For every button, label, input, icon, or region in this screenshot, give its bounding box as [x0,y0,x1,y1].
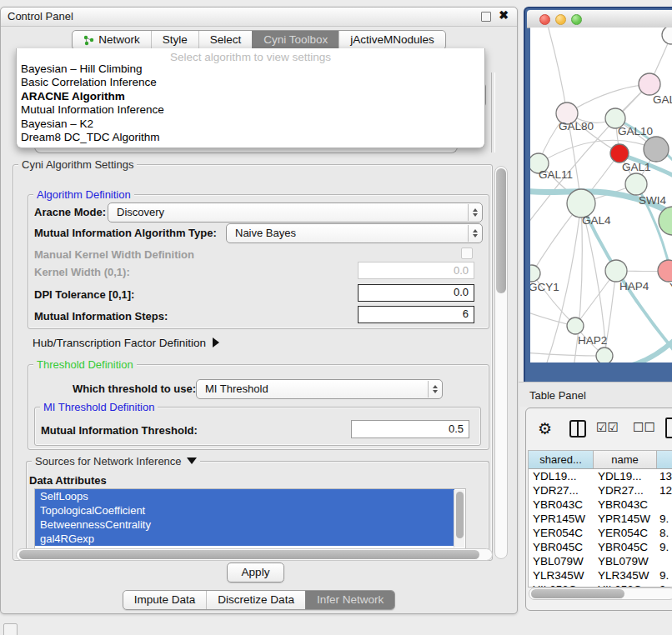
table-header-row: shared... name [529,451,672,469]
attribute-item[interactable]: TopologicalCoefficient [35,503,454,518]
network-node[interactable] [567,189,595,218]
control-panel-title: Control Panel [8,10,73,22]
table-cell: YDR27... [594,483,657,498]
network-node[interactable] [644,137,669,162]
dropdown-item-selected[interactable]: ARACNE Algorithm [19,90,482,103]
sources-group-title[interactable]: Sources for Network Inference [32,455,200,468]
algorithm-dropdown-prompt: Select algorithm to view settings [17,51,484,63]
network-edge [567,84,649,113]
network-node[interactable] [605,260,627,282]
table-cell: YBL079W [529,554,594,568]
tab-discretize-data[interactable]: Discretize Data [206,591,305,609]
settings-horizontal-scrollbar[interactable] [16,548,493,561]
minimized-panel-icon[interactable] [3,623,18,635]
screen: Control Panel ✖ Network Style Sel [0,0,672,635]
table-cell: YBL079W [594,554,657,568]
table-horizontal-scrollbar[interactable] [529,588,672,600]
aracne-mode-label: Aracne Mode: [34,206,106,218]
network-node-label: GCY1 [530,281,559,293]
table-row[interactable]: YBR045CYBR045C9. [529,540,672,554]
column-header-shared-name[interactable]: shared... [529,451,594,468]
mi-steps-field[interactable]: 6 [358,306,474,323]
network-node[interactable] [639,73,660,95]
table-cell: 8. [657,526,672,540]
manual-kernel-checkbox[interactable] [461,248,473,259]
tab-impute-data[interactable]: Impute Data [123,591,207,609]
table-cell: 12 [657,483,672,498]
mi-type-combo[interactable]: Naive Bayes [226,223,483,243]
attribute-item[interactable]: gal4RGexp [35,532,454,546]
combo-stepper-icon [468,225,481,242]
dpi-tolerance-field[interactable]: 0.0 [358,284,474,302]
mi-type-label: Mutual Information Algorithm Type: [34,227,217,239]
table-row[interactable]: YDL19...YDL19...13 [529,469,672,483]
zoom-window-icon[interactable] [571,14,582,25]
settings-vertical-scrollbar[interactable] [494,166,508,559]
attribute-item[interactable]: BetweennessCentrality [35,518,454,532]
network-node[interactable] [625,173,647,195]
columns-icon[interactable] [569,420,586,438]
dropdown-item[interactable]: Dream8 DC_TDC Algorithm [19,131,482,144]
which-threshold-combo[interactable]: MI Threshold [196,379,443,399]
table-row[interactable]: YLR345WYLR345W9. [529,568,672,582]
tab-network[interactable]: Network [73,31,151,49]
table-row[interactable]: YDR27...YDR27...12 [529,483,672,498]
network-node[interactable] [567,318,584,334]
table-row[interactable]: YBR043CYBR043C [529,498,672,512]
tab-jactivemnodules[interactable]: jActiveMNodules [339,31,445,49]
attribute-item[interactable]: SelfLoops [35,489,454,503]
tab-select[interactable]: Select [198,31,253,49]
close-panel-icon[interactable]: ✖ [499,8,509,22]
network-canvas[interactable]: GALGAL80GAL10GAL1GAL11SWI4GAL4GCY1HAP4YH… [530,28,672,362]
mi-threshold-field[interactable]: 0.5 [351,420,469,438]
apply-button[interactable]: Apply [227,562,284,582]
network-node[interactable] [662,28,672,44]
table-cell: YBR045C [529,540,594,554]
table-row[interactable]: YER054CYER054C8. [529,526,672,540]
float-panel-icon[interactable] [481,12,491,22]
gear-icon[interactable]: ⚙ [538,418,552,438]
network-icon [83,35,94,46]
tab-style[interactable]: Style [151,31,198,49]
network-node-label: SWI4 [639,194,666,207]
new-file-icon[interactable] [665,418,672,438]
table-cell: YDL19... [529,469,594,483]
mi-threshold-label: Mutual Information Threshold: [41,424,198,437]
network-node[interactable] [610,144,629,162]
deselect-all-checkbox-icon[interactable]: ☐☐ [633,421,655,434]
table-cell: 9. [657,540,672,554]
network-node[interactable] [530,265,540,282]
aracne-mode-combo[interactable]: Discovery [108,202,483,222]
network-node[interactable] [596,348,613,362]
select-all-checkbox-icon[interactable]: ☑☑ [596,421,619,434]
algorithm-dropdown-list: Bayesian – Hill Climbing Basic Correlati… [19,62,482,144]
network-edge [530,352,604,356]
table-cell: YDR27... [529,483,594,498]
kernel-width-field[interactable]: 0.0 [358,262,474,279]
network-node[interactable] [658,260,672,282]
column-header-name[interactable]: name [594,451,657,468]
table-cell: YER054C [594,526,657,540]
tab-cyni-toolbox[interactable]: Cyni Toolbox [252,31,339,49]
table-row[interactable]: YBL079WYBL079W [529,554,672,568]
tab-infer-network[interactable]: Infer Network [305,591,394,609]
network-edge [547,28,567,113]
network-window-titlebar[interactable] [527,10,672,28]
hub-definition-expander[interactable]: Hub/Transcription Factor Definition [33,337,219,349]
manual-kernel-label: Manual Kernel Width Definition [34,248,194,261]
table-cell: YBR043C [529,498,594,512]
dropdown-item[interactable]: Basic Correlation Inference [19,76,482,89]
network-node-label: HAP2 [578,334,607,347]
network-node[interactable] [659,207,672,235]
attribute-list-scrollbar[interactable] [454,490,464,548]
minimize-window-icon[interactable] [555,14,566,25]
column-header-partial[interactable] [657,451,672,468]
data-attributes-label: Data Attributes [29,474,107,487]
dropdown-item[interactable]: Mutual Information Inference [19,103,482,117]
dropdown-item[interactable]: Bayesian – K2 [19,118,482,131]
dropdown-item[interactable]: Bayesian – Hill Climbing [19,62,482,76]
algorithm-definition-title: Algorithm Definition [33,188,134,201]
cyni-bottom-tabbar: Impute Data Discretize Data Infer Networ… [1,590,517,610]
table-row[interactable]: YPR145WYPR145W9. [529,512,672,526]
close-window-icon[interactable] [539,14,550,25]
